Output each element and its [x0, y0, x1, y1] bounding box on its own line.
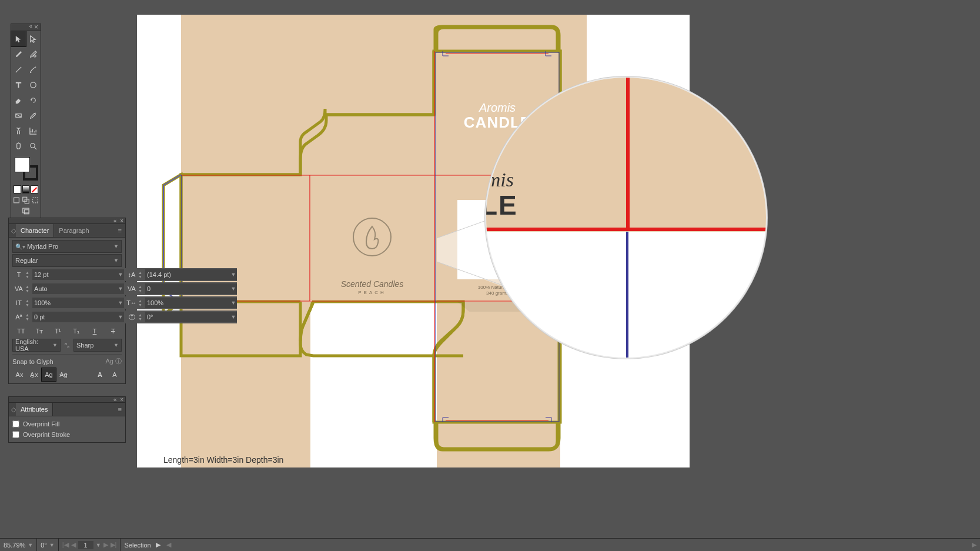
- hand-tool[interactable]: [11, 138, 26, 153]
- svg-text:PEACH: PEACH: [358, 290, 386, 295]
- panel-menu-icon[interactable]: ≡: [115, 227, 125, 234]
- tab-character[interactable]: Character: [16, 224, 54, 237]
- scroll-right[interactable]: ▶: [968, 541, 980, 549]
- subscript-button[interactable]: T₁: [68, 325, 85, 338]
- font-family-value: Myriad Pro: [27, 243, 58, 250]
- svg-text:Scented Candles: Scented Candles: [341, 279, 404, 289]
- brush-tool[interactable]: [26, 62, 41, 77]
- superscript-button[interactable]: T¹: [49, 325, 66, 338]
- snap-to-glyph-label: Snap to Glyph: [12, 358, 53, 365]
- svg-rect-7: [14, 198, 19, 203]
- glyph-snap-2[interactable]: A̱x: [27, 368, 41, 381]
- toolbox-header[interactable]: [11, 24, 41, 31]
- zoom-level[interactable]: 85.79%▼: [0, 539, 37, 551]
- rotation-input[interactable]: [145, 312, 230, 322]
- status-bar: 85.79%▼ 0°▼ |◀◀ 1 ▼ ▶▶| Selection ▶ ◀ ▶: [0, 538, 980, 551]
- direct-selection-tool[interactable]: [26, 31, 41, 46]
- toolbox: •••: [11, 24, 41, 226]
- attributes-panel: « × ◇ Attributes ≡ Overprint Fill Overpr…: [8, 396, 126, 443]
- glyph-snap-5[interactable]: A: [93, 368, 107, 381]
- svg-rect-12: [24, 209, 29, 213]
- mag-brand-bold: CANDLE: [485, 189, 518, 221]
- color-mode-solid[interactable]: [14, 185, 21, 193]
- line-tool[interactable]: [11, 62, 26, 77]
- all-caps-button[interactable]: TT: [12, 325, 29, 338]
- overprint-fill-checkbox[interactable]: [12, 420, 19, 428]
- selection-tool[interactable]: [11, 31, 26, 46]
- svg-rect-10: [33, 198, 38, 203]
- zoom-tool[interactable]: [26, 138, 41, 153]
- hscale-input[interactable]: [145, 298, 230, 308]
- small-caps-button[interactable]: Tᴛ: [31, 325, 48, 338]
- glyph-snap-4[interactable]: Ag: [56, 368, 71, 381]
- type-tool[interactable]: [11, 77, 26, 92]
- gradient-tool[interactable]: [11, 108, 26, 123]
- underline-button[interactable]: T: [86, 325, 103, 338]
- attr-panel-menu-icon[interactable]: ≡: [115, 406, 125, 413]
- tracking-input[interactable]: [145, 283, 230, 294]
- symbol-sprayer-tool[interactable]: [11, 123, 26, 138]
- overprint-stroke-checkbox[interactable]: [12, 431, 19, 438]
- svg-text:340 grams: 340 grams: [486, 290, 509, 296]
- glyph-snap-1[interactable]: Ax: [12, 368, 26, 381]
- draw-behind[interactable]: [22, 196, 30, 204]
- color-mode-none[interactable]: [31, 185, 38, 193]
- panel-collapse[interactable]: « ×: [9, 218, 125, 224]
- scroll-left[interactable]: ◀: [162, 539, 176, 551]
- language-dropdown[interactable]: English: USA▼: [12, 339, 61, 352]
- draw-inside[interactable]: [31, 196, 39, 204]
- svg-point-5: [31, 143, 35, 148]
- overprint-stroke-row[interactable]: Overprint Stroke: [12, 429, 122, 440]
- rotate-tool[interactable]: [26, 92, 41, 108]
- fill-swatch[interactable]: [15, 157, 30, 172]
- artboard-nav[interactable]: |◀◀ 1 ▼ ▶▶|: [59, 539, 121, 551]
- fill-stroke-swatches[interactable]: [14, 156, 39, 182]
- svg-text:Aromis: Aromis: [479, 101, 516, 114]
- antialias-dropdown[interactable]: Sharp▼: [73, 339, 122, 352]
- font-size-input[interactable]: [32, 269, 117, 280]
- mag-crease-vertical: [626, 232, 628, 358]
- magnifier-loupe: Aromis CANDLE: [485, 76, 767, 359]
- vscale-input[interactable]: [32, 298, 117, 308]
- svg-rect-11: [23, 208, 29, 213]
- artboard-label: Length=3in Width=3in Depth=3in: [163, 455, 283, 465]
- eyedropper-tool[interactable]: [26, 108, 41, 123]
- font-style-value: Regular: [15, 257, 38, 264]
- graph-tool[interactable]: [26, 123, 41, 138]
- svg-line-6: [34, 147, 36, 149]
- curvature-tool[interactable]: [26, 46, 41, 62]
- glyph-snap-6[interactable]: A: [108, 368, 122, 381]
- font-style-dropdown[interactable]: Regular ▼: [12, 254, 122, 267]
- tab-paragraph[interactable]: Paragraph: [54, 224, 93, 237]
- color-mode-gradient[interactable]: [22, 185, 30, 193]
- strikethrough-button[interactable]: T: [105, 325, 122, 338]
- tab-attributes[interactable]: Attributes: [16, 403, 53, 416]
- antialias-value: Sharp: [76, 342, 93, 349]
- language-value: English: USA: [15, 338, 52, 352]
- status-play-icon[interactable]: ▶: [155, 539, 162, 551]
- overprint-fill-row[interactable]: Overprint Fill: [12, 419, 122, 429]
- svg-point-2: [31, 82, 36, 87]
- rotate-view[interactable]: 0°▼: [37, 539, 58, 551]
- kerning-input[interactable]: [32, 283, 117, 294]
- eraser-tool[interactable]: [11, 92, 26, 108]
- overprint-fill-label: Overprint Fill: [23, 420, 59, 428]
- shape-tool[interactable]: [26, 77, 41, 92]
- draw-normal[interactable]: [12, 196, 21, 204]
- current-tool[interactable]: Selection: [121, 539, 154, 551]
- character-panel: « × ◇ Character Paragraph ≡ 🔍▾ Myriad Pr…: [8, 218, 126, 384]
- leading-input[interactable]: [145, 269, 230, 280]
- svg-point-0: [34, 55, 36, 57]
- attr-panel-collapse[interactable]: « ×: [9, 397, 125, 403]
- screen-mode[interactable]: [22, 206, 30, 215]
- svg-line-1: [16, 66, 21, 72]
- glyph-snap-3[interactable]: Ag: [42, 368, 56, 381]
- pen-tool[interactable]: [11, 46, 26, 62]
- mag-fold-vertical: [626, 78, 630, 229]
- baseline-input[interactable]: [32, 312, 117, 322]
- svg-line-4: [16, 113, 21, 117]
- overprint-stroke-label: Overprint Stroke: [23, 431, 70, 438]
- mag-fold-horizontal: [486, 228, 766, 231]
- font-family-dropdown[interactable]: 🔍▾ Myriad Pro ▼: [12, 240, 122, 253]
